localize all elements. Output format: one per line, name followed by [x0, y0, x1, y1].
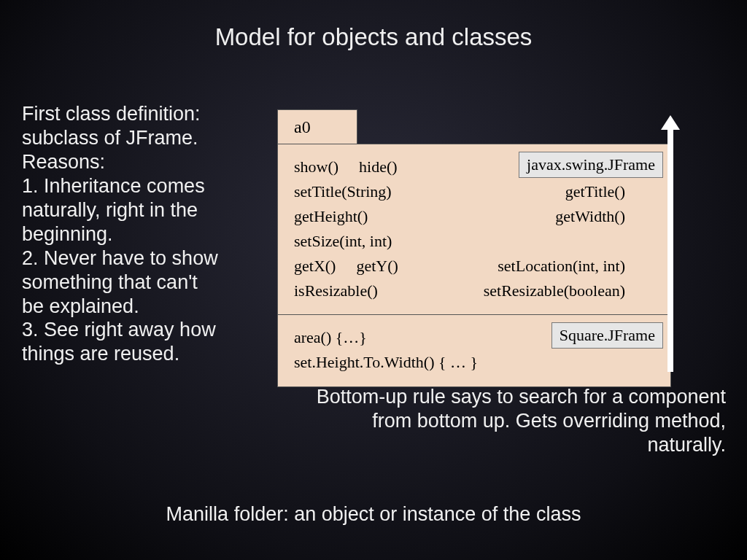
footer-text: Manilla folder: an object or instance of… — [0, 503, 747, 526]
method: show() — [294, 155, 338, 179]
subclass-label: Square.JFrame — [551, 322, 663, 349]
method: getWidth() — [555, 204, 625, 229]
text-line: naturally. — [179, 433, 726, 457]
text-line: beginning. — [22, 222, 263, 246]
text-line: Bottom-up rule says to search for a comp… — [179, 385, 726, 409]
instance-tab: a0 — [277, 109, 357, 144]
method: setResizable(boolean) — [484, 279, 625, 303]
slide-content: First class definition: subclass of JFra… — [22, 102, 722, 366]
up-arrow-icon — [662, 115, 676, 372]
method: setLocation(int, int) — [498, 254, 625, 279]
method: setSize(int, int) — [294, 229, 392, 254]
subclass-box: Square.JFrame area() {…} set.Height.To.W… — [277, 314, 671, 387]
text-line: something that can't — [22, 271, 263, 295]
method: getY() — [356, 254, 398, 279]
object-diagram: a0 javax.swing.JFrame show() hide() setT… — [277, 109, 677, 387]
text-line: First class definition: — [22, 102, 263, 126]
method: getX() — [294, 254, 336, 279]
method: hide() — [359, 155, 398, 179]
text-line: things are reused. — [22, 342, 263, 366]
left-text-block: First class definition: subclass of JFra… — [22, 102, 263, 366]
slide-title: Model for objects and classes — [0, 0, 747, 51]
method: getTitle() — [565, 179, 625, 204]
text-line: be explained. — [22, 295, 263, 319]
superclass-label: javax.swing.JFrame — [519, 152, 663, 178]
method: isResizable() — [294, 279, 378, 303]
text-line: 2. Never have to show — [22, 246, 263, 271]
method: setTitle(String) — [294, 179, 392, 204]
text-line: subclass of JFrame. — [22, 126, 263, 150]
text-line: 1. Inheritance comes — [22, 174, 263, 198]
text-line: Reasons: — [22, 150, 263, 174]
method: area() {…} — [294, 325, 367, 350]
superclass-box: javax.swing.JFrame show() hide() setTitl… — [277, 144, 671, 315]
bottom-up-rule-text: Bottom-up rule says to search for a comp… — [179, 385, 726, 457]
method: getHeight() — [294, 204, 368, 229]
text-line: naturally, right in the — [22, 198, 263, 222]
text-line: from bottom up. Gets overriding method, — [179, 409, 726, 433]
method: set.Height.To.Width() { … } — [294, 350, 478, 375]
text-line: 3. See right away how — [22, 318, 263, 342]
